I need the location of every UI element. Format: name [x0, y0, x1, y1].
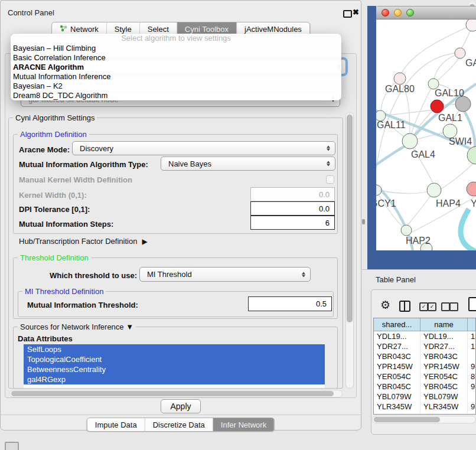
network-node[interactable]	[427, 183, 441, 197]
unchecked-pair-icon[interactable]	[449, 302, 458, 311]
settings-horizontal-scrollbar-thumb[interactable]	[11, 391, 334, 396]
hub-definition-toggle[interactable]: Hub/Transcription Factor Definition▶	[19, 237, 148, 246]
node-table[interactable]: shared...nameAYDL19...YDL19...13YDR27...…	[373, 318, 476, 415]
network-node[interactable]	[394, 73, 406, 84]
float-window-icon[interactable]	[343, 10, 352, 18]
minimized-panel-icon[interactable]	[5, 442, 19, 450]
table-row[interactable]: YDL19...YDL19...13	[374, 331, 475, 341]
network-node[interactable]	[455, 48, 465, 58]
table-cell[interactable]: 9.	[468, 402, 476, 412]
checked-pair-icon[interactable]: ✓	[419, 302, 428, 311]
apply-button[interactable]: Apply	[161, 399, 201, 413]
table-cell[interactable]: YLR345W	[374, 402, 420, 412]
table-header-cell[interactable]: name	[420, 318, 468, 331]
attribute-item[interactable]: gal4RGexp	[24, 374, 325, 384]
algorithm-option[interactable]: Dream8 DC_TDC Algorithm	[11, 91, 341, 100]
table-cell[interactable]: YDR27...	[374, 341, 420, 351]
table-cell[interactable]: YBL079W	[374, 392, 420, 402]
table-row[interactable]: YPR145WYPR145W9.	[374, 361, 475, 371]
table-row[interactable]: YBL079WYBL079W	[374, 392, 475, 402]
table-row[interactable]: YER054CYER054C8.	[374, 371, 475, 381]
table-cell[interactable]: YPR145W	[374, 361, 420, 371]
network-graph[interactable]: GALGAL80GAL10GAL11GAL1SWI4GAL4GCY1HAP4YH…	[376, 19, 476, 250]
dpi-tolerance-field[interactable]: 0.0	[250, 201, 335, 216]
table-cell[interactable]: YLR345W	[420, 402, 468, 412]
settings-vertical-scrollbar-thumb[interactable]	[347, 115, 353, 322]
close-icon[interactable]: ✖	[353, 8, 359, 17]
network-edge[interactable]	[381, 190, 434, 193]
table-cell[interactable]: YBR043C	[420, 351, 468, 361]
table-cell[interactable]: YIL052C	[374, 412, 420, 415]
algorithm-option[interactable]: Bayesian – K2	[11, 81, 341, 91]
minimize-traffic-light-icon[interactable]	[394, 9, 402, 17]
table-header-cell[interactable]: A	[468, 318, 476, 331]
table-cell[interactable]: YBL079W	[420, 392, 468, 402]
algorithm-option[interactable]: Bayesian – Hill Climbing	[11, 44, 341, 53]
tab-discretize-data[interactable]: Discretize Data	[145, 418, 213, 431]
checked-pair-icon[interactable]: ✓	[428, 302, 436, 311]
table-cell[interactable]: YIL052C	[420, 412, 468, 415]
table-cell[interactable]: YDL19...	[420, 331, 468, 341]
document-icon[interactable]	[468, 297, 476, 311]
table-cell[interactable]: 9	[468, 412, 476, 415]
splitter-handle[interactable]	[362, 219, 365, 224]
table-horizontal-scrollbar-thumb[interactable]	[374, 417, 440, 422]
table-cell[interactable]: 8.	[468, 371, 476, 381]
expand-right-icon[interactable]: ▶	[142, 237, 147, 246]
mi-threshold-field[interactable]: 0.5	[248, 296, 332, 311]
table-row[interactable]: YLR345WYLR345W9.	[374, 402, 475, 412]
table-cell[interactable]: 9.	[468, 361, 476, 371]
network-node[interactable]	[402, 133, 418, 149]
which-threshold-combo[interactable]: MI Threshold	[139, 267, 311, 282]
mi-type-combo[interactable]: Naive Bayes	[161, 156, 335, 171]
aracne-mode-combo[interactable]: Discovery	[72, 141, 335, 155]
table-cell[interactable]: 9.	[468, 381, 476, 392]
tab-impute-data[interactable]: Impute Data	[87, 418, 145, 431]
network-node[interactable]	[376, 185, 382, 195]
close-traffic-light-icon[interactable]	[382, 9, 389, 17]
attribute-item[interactable]: BetweennessCentrality	[24, 364, 325, 374]
network-window-titlebar[interactable]	[376, 6, 476, 19]
attribute-item[interactable]: TopologicalCoefficient	[24, 354, 325, 364]
network-node[interactable]	[431, 100, 444, 113]
attribute-item[interactable]: SelfLoops	[24, 344, 325, 354]
table-cell[interactable]: YBR045C	[420, 381, 468, 392]
mi-steps-field[interactable]: 6	[250, 216, 335, 230]
table-row[interactable]: YDR27...YDR27...12	[374, 341, 475, 351]
manual-kernel-checkbox[interactable]	[326, 175, 334, 184]
network-canvas[interactable]: GALGAL80GAL10GAL11GAL1SWI4GAL4GCY1HAP4YH…	[376, 19, 476, 250]
table-cell[interactable]: YBR043C	[374, 351, 420, 361]
data-attributes-list[interactable]: SelfLoopsTopologicalCoefficientBetweenne…	[24, 344, 325, 388]
table-cell[interactable]: 13	[468, 331, 476, 341]
algorithm-option[interactable]: Mutual Information Inference	[11, 72, 341, 81]
gear-icon[interactable]: ⚙	[380, 298, 390, 312]
table-row[interactable]: YBR043CYBR043C	[374, 351, 475, 361]
unchecked-pair-icon[interactable]	[441, 302, 450, 311]
network-edge[interactable]	[376, 145, 406, 171]
settings-horizontal-scrollbar[interactable]	[9, 390, 343, 397]
table-horizontal-scrollbar[interactable]	[372, 416, 476, 423]
network-edge[interactable]	[461, 209, 476, 250]
table-header-cell[interactable]: shared...	[374, 318, 420, 331]
tab-infer-network[interactable]: Infer Network	[213, 418, 274, 431]
table-cell[interactable]: 12	[468, 341, 476, 351]
settings-vertical-scrollbar[interactable]	[345, 112, 354, 389]
table-cell[interactable]: YPR145W	[420, 361, 468, 371]
algorithm-option[interactable]: Basic Correlation Inference	[11, 53, 341, 63]
kernel-width-field[interactable]: 0.0	[250, 187, 335, 201]
algorithm-option[interactable]: ARACNE Algorithm	[11, 63, 341, 72]
table-cell[interactable]: YDR27...	[420, 341, 468, 351]
table-cell[interactable]: YBR045C	[374, 381, 420, 392]
table-cell[interactable]: YER054C	[374, 371, 420, 381]
network-node[interactable]	[467, 182, 476, 196]
collapse-down-icon[interactable]: ▼	[126, 322, 133, 331]
table-cell[interactable]	[468, 392, 476, 402]
network-node[interactable]	[401, 225, 412, 236]
table-cell[interactable]	[468, 351, 476, 361]
zoom-traffic-light-icon[interactable]	[406, 9, 414, 17]
table-row[interactable]: YBR045CYBR045C9.	[374, 381, 475, 392]
network-node[interactable]	[455, 96, 471, 112]
table-cell[interactable]: YER054C	[420, 371, 468, 381]
table-row[interactable]: YIL052CYIL052C9	[374, 412, 475, 415]
network-node[interactable]	[466, 19, 476, 31]
